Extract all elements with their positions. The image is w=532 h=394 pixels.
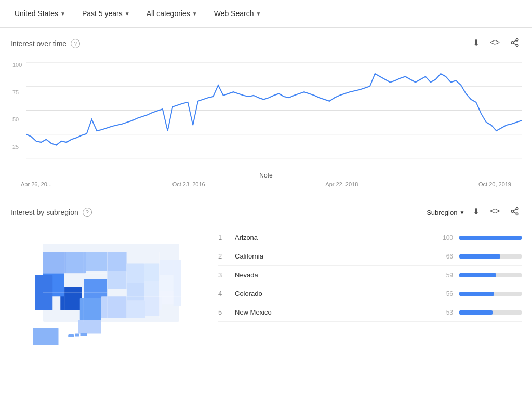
subregion-embed-icon[interactable]: <> bbox=[488, 205, 502, 220]
rank-bar-container-5 bbox=[459, 310, 522, 315]
searchtype-filter[interactable]: Web Search ▼ bbox=[208, 5, 268, 22]
rank-bar-container-2 bbox=[459, 254, 522, 259]
svg-rect-28 bbox=[144, 264, 160, 281]
rank-value-3: 59 bbox=[437, 271, 453, 279]
rank-bar-4 bbox=[459, 292, 494, 296]
location-arrow: ▼ bbox=[60, 11, 65, 17]
svg-rect-27 bbox=[127, 283, 144, 301]
svg-rect-39 bbox=[33, 328, 59, 345]
rank-bar-5 bbox=[459, 310, 493, 315]
svg-point-2 bbox=[516, 44, 518, 47]
svg-rect-19 bbox=[84, 279, 107, 299]
svg-rect-38 bbox=[78, 320, 101, 333]
rank-value-4: 56 bbox=[437, 290, 453, 297]
timerange-label: Past 5 years bbox=[82, 9, 123, 18]
y-label-50: 50 bbox=[12, 116, 22, 123]
location-filter[interactable]: United States ▼ bbox=[8, 5, 72, 22]
rank-num-3: 3 bbox=[218, 271, 229, 279]
ranking-row-1: 1 Arizona 100 bbox=[218, 228, 522, 247]
rank-num-1: 1 bbox=[218, 234, 229, 241]
rank-name-1: Arizona bbox=[235, 234, 431, 241]
rank-bar-container-4 bbox=[459, 292, 522, 296]
location-label: United States bbox=[15, 9, 58, 18]
svg-point-10 bbox=[516, 208, 518, 210]
interest-over-time-actions: ⬇ <> bbox=[471, 36, 522, 51]
searchtype-label: Web Search bbox=[214, 9, 254, 18]
rank-name-2: California bbox=[235, 252, 431, 260]
y-label-25: 25 bbox=[12, 144, 22, 150]
us-map-container bbox=[10, 228, 208, 355]
ranking-row-2: 2 California 66 bbox=[218, 247, 522, 266]
embed-icon[interactable]: <> bbox=[488, 36, 502, 51]
top-filter-bar: United States ▼ Past 5 years ▼ All categ… bbox=[0, 0, 532, 28]
timerange-filter[interactable]: Past 5 years ▼ bbox=[76, 5, 136, 22]
rank-bar-2 bbox=[459, 254, 500, 259]
svg-rect-22 bbox=[66, 252, 86, 273]
rank-num-2: 2 bbox=[218, 252, 229, 260]
rank-name-5: New Mexico bbox=[235, 308, 431, 316]
download-icon[interactable]: ⬇ bbox=[471, 36, 482, 51]
rank-value-5: 53 bbox=[437, 309, 453, 316]
svg-rect-35 bbox=[144, 296, 160, 316]
categories-filter[interactable]: All categories ▼ bbox=[140, 5, 204, 22]
interest-over-time-section: Interest over time ? ⬇ <> 100 75 50 25 bbox=[0, 28, 532, 196]
timerange-arrow: ▼ bbox=[125, 11, 130, 17]
subregion-title: Interest by subregion bbox=[10, 208, 78, 216]
svg-rect-41 bbox=[75, 334, 79, 337]
subregion-content: 1 Arizona 100 2 California 66 3 Nevada 5… bbox=[10, 228, 522, 355]
ranking-row-3: 3 Nevada 59 bbox=[218, 266, 522, 284]
svg-rect-36 bbox=[127, 301, 145, 318]
rank-bar-container-3 bbox=[459, 273, 522, 277]
svg-rect-32 bbox=[160, 291, 174, 304]
y-label-100: 100 bbox=[12, 62, 22, 68]
subregion-title-group: Interest by subregion ? bbox=[10, 208, 92, 217]
svg-rect-25 bbox=[107, 271, 127, 289]
rank-num-5: 5 bbox=[218, 308, 229, 316]
rank-name-3: Nevada bbox=[235, 271, 431, 279]
subregion-help[interactable]: ? bbox=[83, 208, 92, 217]
x-label-4: Oct 20, 2019 bbox=[478, 181, 511, 187]
svg-line-14 bbox=[513, 209, 516, 211]
svg-rect-26 bbox=[127, 264, 144, 283]
svg-rect-29 bbox=[144, 281, 160, 296]
svg-rect-23 bbox=[86, 252, 107, 271]
ranking-row-4: 4 Colorado 56 bbox=[218, 284, 522, 303]
searchtype-arrow: ▼ bbox=[256, 11, 261, 17]
interest-over-time-title-group: Interest over time ? bbox=[10, 39, 80, 48]
subregion-type-filter[interactable]: Subregion ▼ bbox=[427, 205, 464, 220]
share-icon[interactable] bbox=[508, 36, 522, 51]
svg-rect-40 bbox=[68, 334, 74, 337]
subregion-actions: Subregion ▼ ⬇ <> bbox=[427, 205, 522, 220]
chart-note: Note bbox=[10, 172, 522, 179]
categories-label: All categories bbox=[147, 9, 190, 18]
svg-point-0 bbox=[516, 39, 518, 42]
ranking-row-5: 5 New Mexico 53 bbox=[218, 303, 522, 322]
x-label-3: Apr 22, 2018 bbox=[325, 181, 358, 187]
svg-line-13 bbox=[513, 212, 516, 213]
svg-rect-34 bbox=[174, 260, 181, 306]
svg-rect-21 bbox=[43, 252, 66, 273]
rankings-list: 1 Arizona 100 2 California 66 3 Nevada 5… bbox=[218, 228, 522, 322]
svg-point-12 bbox=[516, 213, 518, 215]
x-axis-labels: Apr 26, 20... Oct 23, 2016 Apr 22, 2018 … bbox=[10, 181, 522, 187]
subregion-download-icon[interactable]: ⬇ bbox=[471, 205, 482, 220]
rank-bar-1 bbox=[459, 236, 522, 240]
rank-bar-container-1 bbox=[459, 236, 522, 240]
subregion-filter-label: Subregion bbox=[427, 209, 457, 216]
svg-rect-42 bbox=[81, 333, 88, 336]
trend-chart bbox=[10, 57, 522, 171]
svg-rect-37 bbox=[101, 296, 127, 318]
interest-over-time-help[interactable]: ? bbox=[71, 39, 80, 48]
rank-value-2: 66 bbox=[437, 253, 453, 260]
x-label-1: Apr 26, 20... bbox=[21, 181, 52, 187]
svg-rect-24 bbox=[107, 252, 127, 271]
chart-container: 100 75 50 25 bbox=[10, 57, 522, 171]
categories-arrow: ▼ bbox=[192, 11, 197, 17]
interest-over-time-header: Interest over time ? ⬇ <> bbox=[10, 36, 522, 51]
svg-line-3 bbox=[513, 43, 516, 45]
subregion-share-icon[interactable] bbox=[508, 205, 522, 220]
subregion-header: Interest by subregion ? Subregion ▼ ⬇ <> bbox=[10, 205, 522, 220]
svg-point-1 bbox=[511, 42, 514, 44]
y-label-75: 75 bbox=[12, 89, 22, 96]
x-label-2: Oct 23, 2016 bbox=[172, 181, 205, 187]
